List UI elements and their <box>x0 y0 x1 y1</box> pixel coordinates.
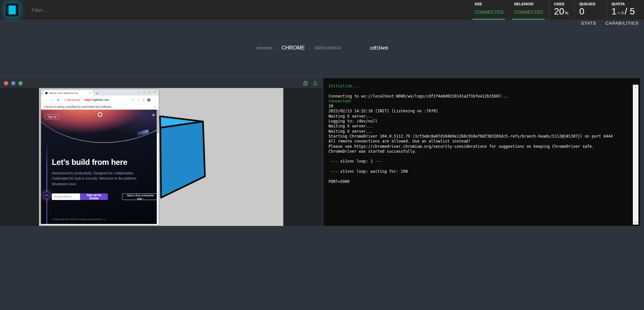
log-line: All remote connections are allowed. Use … <box>329 139 627 144</box>
stat-sse: SSE CONNECTED <box>470 0 510 20</box>
stat-quota: QUOTA 1+ 0/ 5 <box>607 0 644 20</box>
browser-tab[interactable]: GitHub: Let's build from he × <box>43 90 93 96</box>
log-line: --- x11vnc loop: waiting for: 198 <box>329 169 627 174</box>
log-line: Starting ChromeDriver 104.0.5112.79 (3cf… <box>329 134 627 139</box>
star-icon[interactable]: ☆ <box>137 98 140 101</box>
share-icon[interactable]: < <box>132 98 134 101</box>
log-line: Logging to: /dev/null <box>329 119 627 124</box>
stat-quota-label: QUOTA <box>612 2 635 6</box>
vnc-screen[interactable]: GitHub: Let's build from he × + ⌄ – □ × … <box>39 88 283 226</box>
cube-drawing <box>158 115 208 201</box>
log-line <box>329 154 627 159</box>
minimize-icon[interactable]: – <box>144 90 145 94</box>
blue-dot-icon <box>11 81 15 85</box>
stats-bar: SSE CONNECTED SELENOID CONNECTED USED 20… <box>470 0 644 20</box>
address-bar[interactable]: ⚠ Not secure | https ://github.com <box>64 98 109 101</box>
infobar-close-icon[interactable]: × <box>154 105 156 108</box>
hero-cta-row: Sign up for GitHub Start a free enterpri… <box>52 193 159 200</box>
tab-stats[interactable]: STATS <box>581 21 596 26</box>
log-output: Initialize... Connecting to ws://localho… <box>329 84 627 184</box>
close-icon[interactable]: × <box>154 90 156 94</box>
log-line: Connecting to ws://localhost:8080/ws/log… <box>329 94 627 99</box>
session-row[interactable]: unknown / CHROME / 1920x1080x24 cdf1f4e6 <box>0 45 644 51</box>
log-line: Connected! <box>329 99 627 104</box>
tab-capabilities[interactable]: CAPABILITIES <box>605 21 639 26</box>
copy-icon[interactable] <box>303 80 308 86</box>
stat-used-label: USED <box>554 2 569 6</box>
new-tab-icon[interactable]: + <box>96 91 98 95</box>
stat-selenoid-underline <box>512 19 545 20</box>
signup-button[interactable]: Sign up for GitHub <box>80 193 108 200</box>
more-icon[interactable]: ⋮ <box>153 98 156 101</box>
page-scrollbar-thumb[interactable] <box>157 110 159 133</box>
log-line <box>329 89 627 94</box>
session-separator: / <box>309 45 310 51</box>
menu-icon[interactable]: ≡ <box>152 112 155 118</box>
log-line: Initialize... <box>329 84 627 89</box>
window-controls: ⌄ – □ × <box>138 90 156 94</box>
stat-queued-label: QUEUED <box>579 2 595 6</box>
top-bar: SSE CONNECTED SELENOID CONNECTED USED 20… <box>0 0 644 20</box>
github-logo-icon[interactable] <box>98 112 102 117</box>
chevron-down-icon[interactable]: ⌄ <box>138 90 140 94</box>
scroll-up-icon[interactable]: ▲ <box>633 86 638 88</box>
page-scrollbar[interactable] <box>157 110 159 224</box>
github-page: Sign up ≡ Let’s build from here Harnesse… <box>41 110 159 224</box>
log-panel: Initialize... Connecting to ws://localho… <box>323 78 640 226</box>
stat-used: USED 20% <box>549 0 574 20</box>
browser-nav-bar: ← → ⟳ ⚠ Not secure | https ://github.com… <box>41 96 159 104</box>
vnc-panel: GitHub: Let's build from he × + ⌄ – □ × … <box>0 78 322 226</box>
stat-sse-label: SSE <box>474 2 504 6</box>
log-line: Waiting X server... <box>329 129 627 134</box>
log-line <box>329 164 627 169</box>
forward-icon[interactable]: → <box>50 98 54 102</box>
tab-close-icon[interactable]: × <box>90 91 91 95</box>
trusted-text: Trusted by the world’s leading organizat… <box>52 218 106 221</box>
session-name: CHROME <box>282 45 305 51</box>
reload-icon[interactable]: ⟳ <box>57 98 60 102</box>
session-separator: / <box>276 45 277 51</box>
hero-heading: Let’s build from here <box>52 158 127 167</box>
glow-line-decoration <box>47 142 47 224</box>
red-dot-icon <box>4 81 8 85</box>
session-browser: unknown <box>256 46 272 50</box>
log-line <box>329 174 627 179</box>
hero-subheading: Harnessed for productivity. Designed for… <box>52 170 137 187</box>
green-dot-icon <box>18 81 23 85</box>
scroll-down-icon[interactable]: ▼ <box>633 221 638 224</box>
stat-selenoid: SELENOID CONNECTED <box>510 0 549 20</box>
app-logo-icon <box>9 6 16 14</box>
app-logo[interactable] <box>5 3 19 17</box>
vnc-panel-header <box>0 78 322 88</box>
filter-input[interactable] <box>31 5 189 15</box>
enterprise-trial-button[interactable]: Start a free enterprise trial › <box>122 193 159 200</box>
stat-queued-value: 0 <box>579 6 595 17</box>
log-line: 20 <box>329 104 627 109</box>
reader-icon[interactable]: ▯ <box>143 98 144 101</box>
avatar-icon[interactable] <box>147 98 151 101</box>
maximize-icon[interactable]: □ <box>149 90 151 94</box>
upload-icon[interactable] <box>312 80 318 86</box>
log-line: Waiting X server... <box>329 124 627 129</box>
automation-info-bar: Chrome is being controlled by automated … <box>41 104 159 110</box>
email-field[interactable] <box>52 193 80 200</box>
code-badge-icon: <> <box>44 192 50 198</box>
log-line: ChromeDriver was started successfully. <box>329 149 627 154</box>
browser-tab-title: GitHub: Let's build from he <box>49 92 89 95</box>
log-scrollbar[interactable]: ▲ ▼ <box>633 85 638 225</box>
back-icon[interactable]: ← <box>44 98 48 102</box>
signup-top-button[interactable]: Sign up <box>45 114 59 119</box>
browser-tab-strip: GitHub: Let's build from he × + ⌄ – □ × <box>41 89 159 96</box>
view-tabs: STATS CAPABILITIES <box>581 21 639 26</box>
stat-queued: QUEUED 0 <box>574 0 606 20</box>
not-secure-label: Not secure <box>67 98 80 101</box>
session-screen: 1920x1080x24 <box>314 46 341 50</box>
github-favicon-icon <box>45 92 48 94</box>
remote-browser-window: GitHub: Let's build from he × + ⌄ – □ × … <box>41 89 159 225</box>
log-line: Waiting X server... <box>329 114 627 119</box>
stat-sse-status: CONNECTED <box>474 10 504 15</box>
warning-icon: ⚠ <box>64 98 66 101</box>
log-line: Please see https://chromedriver.chromium… <box>329 144 627 149</box>
stat-selenoid-label: SELENOID <box>514 2 543 6</box>
log-line: 2023/02/13 14:32:16 [INIT] [Listening on… <box>329 109 627 114</box>
